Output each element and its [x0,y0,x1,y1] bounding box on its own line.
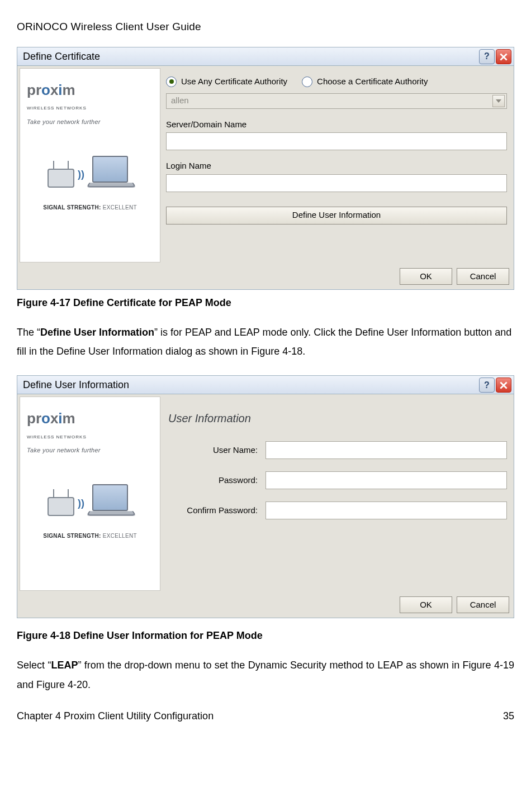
chevron-down-icon [492,95,505,107]
signal-waves-icon: )) [78,494,84,516]
signal-strength: SIGNAL STRENGTH: EXCELLENT [20,202,160,215]
brand-tagline: Take your network further [27,445,160,456]
body-paragraph: Select “LEAP” from the drop-down menu to… [17,656,514,694]
password-label: Password: [168,472,258,489]
body-paragraph: The “Define User Information” is for PEA… [17,323,514,361]
user-information-header: User Information [168,408,507,429]
username-input[interactable] [266,441,507,459]
figure-caption: Figure 4-17 Define Certificate for PEAP … [17,295,514,311]
page-header: ORiNOCO Wireless Client User Guide [17,17,514,37]
password-input[interactable] [266,471,507,489]
server-domain-input[interactable] [166,132,507,150]
device-illustration: )) [20,156,160,188]
ca-dropdown: allen [166,93,507,109]
login-name-label: Login Name [166,158,507,174]
define-user-information-dialog: Define User Information ? proxim WIRELES… [17,375,514,618]
close-icon[interactable] [496,378,511,393]
server-domain-label: Server/Domain Name [166,117,507,133]
define-certificate-dialog: Define Certificate ? proxim WIRELESS NET… [17,47,514,290]
radio-label: Use Any Certificate Authority [181,74,287,90]
titlebar: Define Certificate ? [17,47,514,66]
signal-waves-icon: )) [78,165,84,187]
define-user-information-button[interactable]: Define User Information [166,207,507,225]
router-icon [48,169,74,188]
dropdown-value: allen [171,93,189,109]
footer-page-number: 35 [503,706,514,725]
radio-unchecked-icon [302,77,312,87]
laptop-icon [88,484,132,516]
brand-subtitle: WIRELESS NETWORKS [27,104,154,112]
confirm-password-input[interactable] [266,501,507,519]
dialog-title: Define Certificate [23,47,100,66]
router-icon [48,497,74,516]
figure-caption: Figure 4-18 Define User Information for … [17,628,514,643]
brand-tagline: Take your network further [27,116,160,128]
signal-strength: SIGNAL STRENGTH: EXCELLENT [20,531,160,543]
brand-subtitle: WIRELESS NETWORKS [27,433,154,441]
radio-checked-icon [166,77,177,87]
username-label: User Name: [168,442,258,458]
laptop-icon [88,156,132,188]
radio-choose-ca[interactable]: Choose a Certificate Authority [302,74,428,90]
confirm-password-label: Confirm Password: [168,503,258,519]
dialog-title: Define User Information [23,375,129,394]
cancel-button[interactable]: Cancel [457,596,509,613]
footer-chapter: Chapter 4 Proxim Client Utility Configur… [17,706,214,725]
cancel-button[interactable]: Cancel [457,268,509,285]
ok-button[interactable]: OK [400,596,452,613]
device-illustration: )) [20,484,160,516]
ok-button[interactable]: OK [400,268,452,285]
help-button-icon[interactable]: ? [479,49,495,64]
help-button-icon[interactable]: ? [479,378,495,393]
titlebar: Define User Information ? [17,376,514,394]
close-icon[interactable] [496,49,511,64]
brand-sidebar: proxim WIRELESS NETWORKS Take your netwo… [20,68,160,262]
radio-use-any-ca[interactable]: Use Any Certificate Authority [166,74,287,90]
radio-label: Choose a Certificate Authority [317,74,428,90]
brand-sidebar: proxim WIRELESS NETWORKS Take your netwo… [20,397,160,591]
login-name-input[interactable] [166,174,507,192]
